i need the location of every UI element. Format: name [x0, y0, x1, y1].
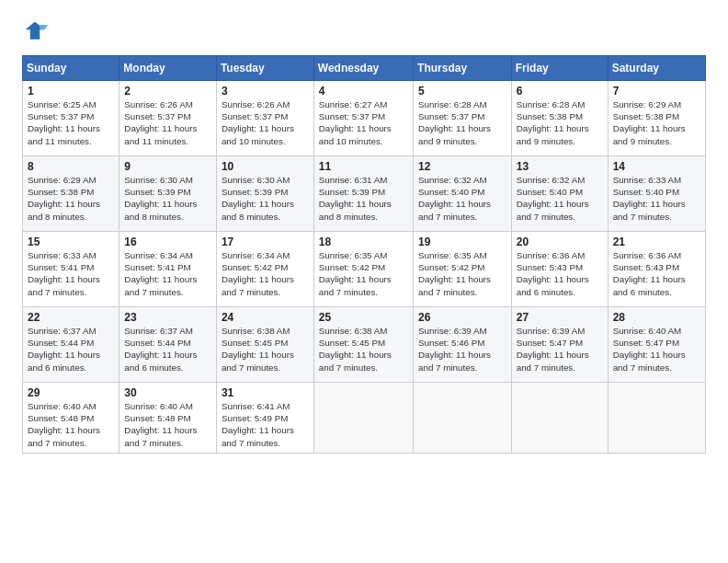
day-number: 1 [28, 85, 114, 98]
calendar-cell [414, 383, 512, 454]
day-number: 4 [319, 85, 408, 98]
calendar-cell [511, 383, 608, 454]
svg-marker-0 [26, 22, 45, 40]
day-number: 8 [28, 160, 114, 173]
calendar-cell: 25Sunrise: 6:38 AMSunset: 5:45 PMDayligh… [313, 307, 413, 383]
calendar-cell: 5Sunrise: 6:28 AMSunset: 5:37 PMDaylight… [414, 81, 512, 156]
day-info: Sunrise: 6:38 AMSunset: 5:45 PMDaylight:… [222, 325, 309, 373]
calendar-cell: 26Sunrise: 6:39 AMSunset: 5:46 PMDayligh… [414, 307, 512, 383]
day-number: 27 [517, 311, 603, 324]
day-number: 5 [418, 85, 506, 98]
day-info: Sunrise: 6:33 AMSunset: 5:40 PMDaylight:… [613, 174, 700, 223]
calendar-cell: 10Sunrise: 6:30 AMSunset: 5:39 PMDayligh… [216, 156, 313, 232]
day-number: 16 [124, 236, 211, 248]
day-number: 14 [613, 160, 700, 173]
calendar-cell: 31Sunrise: 6:41 AMSunset: 5:49 PMDayligh… [216, 383, 313, 454]
day-info: Sunrise: 6:36 AMSunset: 5:43 PMDaylight:… [517, 249, 603, 298]
day-info: Sunrise: 6:32 AMSunset: 5:40 PMDaylight:… [517, 174, 603, 223]
day-info: Sunrise: 6:40 AMSunset: 5:48 PMDaylight:… [124, 400, 211, 449]
day-info: Sunrise: 6:34 AMSunset: 5:42 PMDaylight:… [222, 249, 309, 298]
day-header-friday: Friday [511, 56, 608, 81]
day-number: 24 [222, 311, 309, 324]
calendar-cell [313, 383, 413, 454]
day-number: 7 [613, 85, 700, 98]
calendar-cell: 19Sunrise: 6:35 AMSunset: 5:42 PMDayligh… [414, 232, 512, 307]
day-number: 21 [613, 236, 700, 248]
day-number: 9 [124, 160, 211, 173]
calendar-cell: 20Sunrise: 6:36 AMSunset: 5:43 PMDayligh… [511, 232, 608, 307]
day-number: 31 [222, 386, 309, 399]
calendar-cell: 2Sunrise: 6:26 AMSunset: 5:37 PMDaylight… [119, 81, 217, 156]
calendar-cell: 30Sunrise: 6:40 AMSunset: 5:48 PMDayligh… [119, 383, 217, 454]
calendar-cell: 12Sunrise: 6:32 AMSunset: 5:40 PMDayligh… [414, 156, 512, 232]
logo [22, 18, 51, 44]
calendar-cell: 3Sunrise: 6:26 AMSunset: 5:37 PMDaylight… [216, 81, 313, 156]
day-info: Sunrise: 6:33 AMSunset: 5:41 PMDaylight:… [28, 249, 114, 298]
day-number: 22 [28, 311, 114, 324]
day-info: Sunrise: 6:39 AMSunset: 5:47 PMDaylight:… [517, 325, 603, 373]
day-info: Sunrise: 6:25 AMSunset: 5:37 PMDaylight:… [28, 98, 114, 147]
header [22, 18, 706, 44]
day-info: Sunrise: 6:40 AMSunset: 5:48 PMDaylight:… [28, 400, 114, 449]
day-info: Sunrise: 6:30 AMSunset: 5:39 PMDaylight:… [222, 174, 309, 223]
calendar-cell: 27Sunrise: 6:39 AMSunset: 5:47 PMDayligh… [511, 307, 608, 383]
day-info: Sunrise: 6:34 AMSunset: 5:41 PMDaylight:… [124, 249, 211, 298]
day-number: 26 [418, 311, 506, 324]
day-number: 10 [222, 160, 309, 173]
calendar-cell: 7Sunrise: 6:29 AMSunset: 5:38 PMDaylight… [608, 81, 705, 156]
calendar-cell: 21Sunrise: 6:36 AMSunset: 5:43 PMDayligh… [608, 232, 705, 307]
day-info: Sunrise: 6:31 AMSunset: 5:39 PMDaylight:… [319, 174, 408, 223]
calendar-cell: 6Sunrise: 6:28 AMSunset: 5:38 PMDaylight… [511, 81, 608, 156]
calendar: SundayMondayTuesdayWednesdayThursdayFrid… [22, 55, 706, 454]
day-info: Sunrise: 6:27 AMSunset: 5:37 PMDaylight:… [319, 98, 408, 147]
calendar-cell: 18Sunrise: 6:35 AMSunset: 5:42 PMDayligh… [313, 232, 413, 307]
day-number: 23 [124, 311, 211, 324]
calendar-cell: 13Sunrise: 6:32 AMSunset: 5:40 PMDayligh… [511, 156, 608, 232]
calendar-cell: 14Sunrise: 6:33 AMSunset: 5:40 PMDayligh… [608, 156, 705, 232]
calendar-cell [608, 383, 705, 454]
day-info: Sunrise: 6:26 AMSunset: 5:37 PMDaylight:… [124, 98, 211, 147]
calendar-cell: 4Sunrise: 6:27 AMSunset: 5:37 PMDaylight… [313, 81, 413, 156]
calendar-cell: 16Sunrise: 6:34 AMSunset: 5:41 PMDayligh… [119, 232, 217, 307]
calendar-cell: 22Sunrise: 6:37 AMSunset: 5:44 PMDayligh… [23, 307, 119, 383]
day-info: Sunrise: 6:37 AMSunset: 5:44 PMDaylight:… [28, 325, 114, 373]
day-number: 3 [222, 85, 309, 98]
day-number: 18 [319, 236, 408, 248]
day-info: Sunrise: 6:35 AMSunset: 5:42 PMDaylight:… [319, 249, 408, 298]
day-number: 11 [319, 160, 408, 173]
day-number: 29 [28, 386, 114, 399]
calendar-cell: 24Sunrise: 6:38 AMSunset: 5:45 PMDayligh… [216, 307, 313, 383]
calendar-cell: 15Sunrise: 6:33 AMSunset: 5:41 PMDayligh… [23, 232, 119, 307]
calendar-cell: 29Sunrise: 6:40 AMSunset: 5:48 PMDayligh… [23, 383, 119, 454]
calendar-cell: 8Sunrise: 6:29 AMSunset: 5:38 PMDaylight… [23, 156, 119, 232]
day-header-sunday: Sunday [23, 56, 119, 81]
svg-marker-1 [40, 25, 48, 29]
day-number: 28 [613, 311, 700, 324]
calendar-cell: 9Sunrise: 6:30 AMSunset: 5:39 PMDaylight… [119, 156, 217, 232]
day-number: 19 [418, 236, 506, 248]
day-info: Sunrise: 6:38 AMSunset: 5:45 PMDaylight:… [319, 325, 408, 373]
calendar-cell: 28Sunrise: 6:40 AMSunset: 5:47 PMDayligh… [608, 307, 705, 383]
day-info: Sunrise: 6:36 AMSunset: 5:43 PMDaylight:… [613, 249, 700, 298]
day-info: Sunrise: 6:28 AMSunset: 5:38 PMDaylight:… [517, 98, 603, 147]
day-number: 6 [517, 85, 603, 98]
calendar-cell: 1Sunrise: 6:25 AMSunset: 5:37 PMDaylight… [23, 81, 119, 156]
page: SundayMondayTuesdayWednesdayThursdayFrid… [0, 0, 728, 563]
day-number: 12 [418, 160, 506, 173]
day-info: Sunrise: 6:26 AMSunset: 5:37 PMDaylight:… [222, 98, 309, 147]
day-info: Sunrise: 6:37 AMSunset: 5:44 PMDaylight:… [124, 325, 211, 373]
day-number: 25 [319, 311, 408, 324]
day-number: 15 [28, 236, 114, 248]
day-header-tuesday: Tuesday [216, 56, 313, 81]
day-number: 2 [124, 85, 211, 98]
day-info: Sunrise: 6:39 AMSunset: 5:46 PMDaylight:… [418, 325, 506, 373]
day-info: Sunrise: 6:41 AMSunset: 5:49 PMDaylight:… [222, 400, 309, 449]
calendar-cell: 23Sunrise: 6:37 AMSunset: 5:44 PMDayligh… [119, 307, 217, 383]
logo-icon [22, 18, 48, 44]
day-info: Sunrise: 6:28 AMSunset: 5:37 PMDaylight:… [418, 98, 506, 147]
day-info: Sunrise: 6:40 AMSunset: 5:47 PMDaylight:… [613, 325, 700, 373]
calendar-cell: 17Sunrise: 6:34 AMSunset: 5:42 PMDayligh… [216, 232, 313, 307]
day-header-monday: Monday [119, 56, 217, 81]
day-info: Sunrise: 6:35 AMSunset: 5:42 PMDaylight:… [418, 249, 506, 298]
day-number: 17 [222, 236, 309, 248]
